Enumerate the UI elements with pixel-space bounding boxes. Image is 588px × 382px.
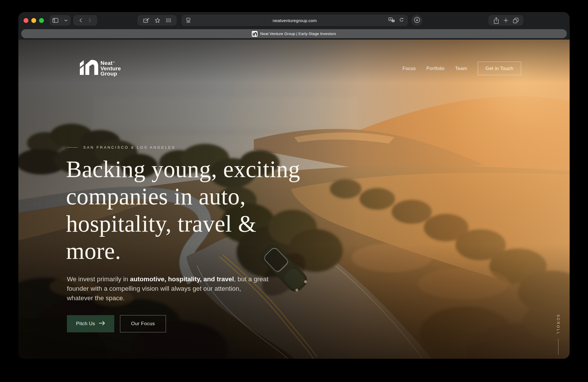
headline-line: companies in auto,	[66, 183, 300, 210]
reload-icon[interactable]	[399, 18, 404, 24]
get-in-touch-button[interactable]: Get in Touch	[478, 62, 521, 75]
sidebar-icon	[53, 18, 58, 23]
address-bar[interactable]: neatventuregroup.com A a	[182, 15, 408, 26]
hero-paragraph: We invest primarily in automotive, hospi…	[67, 274, 268, 303]
scroll-line	[558, 339, 558, 355]
nav-link-focus[interactable]: Focus	[403, 66, 416, 71]
history-nav-group	[74, 15, 97, 26]
chevron-down-icon[interactable]	[64, 20, 67, 22]
nav-link-team[interactable]: Team	[455, 66, 467, 71]
new-tab-plus-icon[interactable]	[504, 18, 508, 23]
browser-toolbar: neatventuregroup.com A a	[18, 12, 570, 29]
traffic-light-minimize[interactable]	[31, 18, 36, 23]
our-focus-button[interactable]: Our Focus	[120, 315, 166, 332]
location-eyebrow: SAN FRANCISCO & LOS ANGELES	[67, 145, 175, 150]
main-nav: Focus Portfolio Team Get in Touch	[403, 62, 521, 75]
scroll-indicator: SCROLL	[556, 315, 560, 355]
active-tab[interactable]: Neat Venture Group | Early-Stage Investo…	[21, 29, 567, 38]
traffic-light-zoom[interactable]	[39, 18, 44, 23]
tab-title: Neat Venture Group | Early-Stage Investo…	[260, 32, 336, 36]
headline-line: hospitality, travel &	[66, 210, 300, 237]
toolbar-mid-group	[138, 15, 177, 26]
svg-text:a: a	[392, 20, 394, 22]
site-logo[interactable]: Neat™ Venture Group	[80, 59, 121, 77]
svg-text:A: A	[390, 18, 391, 20]
logo-mark-icon	[80, 59, 99, 77]
toolbar-right-group	[489, 15, 523, 26]
sidebar-toggle-button[interactable]	[50, 15, 70, 26]
hero-buttons: Pitch Us Our Focus	[67, 315, 166, 332]
compose-button[interactable]	[143, 18, 149, 23]
bookmarks-star-button[interactable]	[155, 18, 160, 23]
divider	[61, 18, 61, 23]
scroll-label: SCROLL	[556, 315, 560, 335]
translate-icon[interactable]: A a	[388, 18, 395, 24]
tab-overview-button[interactable]	[513, 18, 519, 23]
pitch-us-button[interactable]: Pitch Us	[67, 315, 114, 332]
logo-text: Neat™ Venture Group	[100, 59, 121, 77]
traffic-light-close[interactable]	[24, 18, 28, 23]
headline-line: more.	[66, 237, 300, 265]
forward-button[interactable]	[88, 18, 92, 23]
share-button[interactable]	[494, 17, 499, 24]
hero-headline: Backing young, exciting companies in aut…	[66, 156, 300, 265]
eyebrow-line	[67, 147, 78, 148]
paragraph-line: We invest primarily in automotive, hospi…	[67, 274, 268, 284]
headline-line: Backing young, exciting	[66, 156, 300, 183]
nav-link-portfolio[interactable]: Portfolio	[426, 66, 444, 71]
webpage-viewport: Neat™ Venture Group Focus Portfolio Team…	[18, 40, 570, 359]
url-text[interactable]: neatventuregroup.com	[182, 15, 408, 26]
eyebrow-text: SAN FRANCISCO & LOS ANGELES	[83, 145, 175, 150]
screenshot-stage: neatventuregroup.com A a	[0, 0, 588, 382]
download-icon	[414, 17, 420, 24]
paragraph-line: founder with a compelling vision will al…	[67, 284, 268, 293]
paragraph-line: whatever the space.	[67, 293, 268, 303]
downloads-button[interactable]	[411, 15, 422, 26]
browser-window: neatventuregroup.com A a	[18, 12, 570, 359]
arrow-right-icon	[99, 321, 105, 327]
site-favicon	[252, 31, 258, 37]
tab-overview-grid-icon[interactable]	[166, 18, 171, 22]
back-button[interactable]	[79, 18, 82, 23]
